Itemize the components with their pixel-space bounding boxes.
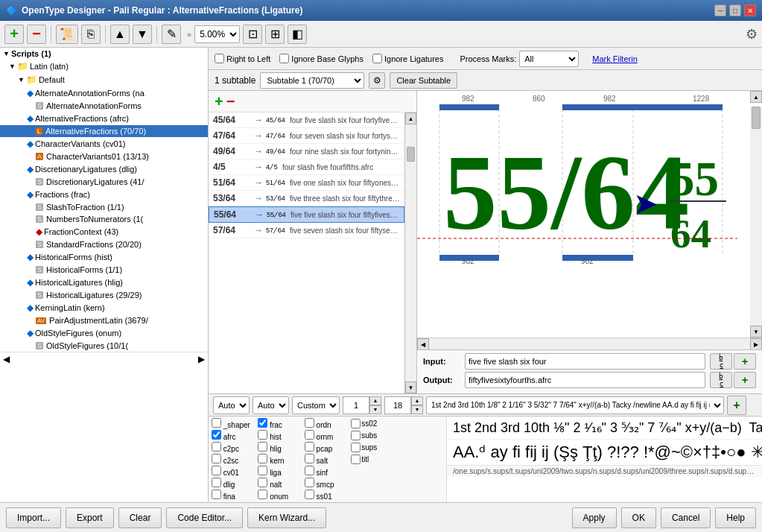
process-marks-select[interactable]: All None — [519, 51, 579, 67]
subtable-settings-btn[interactable]: ⚙ — [369, 72, 385, 89]
cb-nalt[interactable]: nalt — [258, 478, 303, 489]
input-add-btn[interactable]: + — [734, 353, 756, 370]
sidebar-item-aaf-sub[interactable]: S AlternateAnnotationForms — [0, 100, 208, 112]
dropdown2[interactable]: Auto — [253, 396, 289, 414]
maximize-button[interactable]: □ — [729, 4, 741, 16]
sidebar-item-cv01[interactable]: A CharacterVariants01 (13/13) — [0, 151, 208, 162]
scroll-left-btn2[interactable]: ◀ — [417, 338, 429, 350]
cb-fina[interactable]: fina — [212, 490, 257, 501]
cb-afrc[interactable]: afrc — [212, 430, 257, 441]
sidebar-item-hl[interactable]: S HistoricalLigatures (29/29) — [0, 289, 208, 301]
preview-scrollbar-h[interactable]: ◀ ▶ — [417, 338, 762, 349]
output-field[interactable] — [465, 372, 705, 388]
sidebar-item-dlig-sub[interactable]: S DiscretionaryLigatures (41/ — [0, 176, 208, 188]
long-dropdown[interactable]: 1st 2nd 3rd 10th 1/8" 2 1/16" 3 5/32" 7 … — [426, 396, 724, 414]
script-button[interactable]: 📜 — [56, 25, 78, 44]
scroll-thumb[interactable] — [407, 147, 415, 162]
settings-button[interactable]: ⚙ — [746, 26, 758, 42]
stepper-input1[interactable] — [343, 396, 369, 414]
minimize-button[interactable]: ─ — [714, 4, 726, 16]
ignore-base-glyphs-label[interactable]: Ignore Base Glyphs — [279, 54, 363, 63]
code-editor-button[interactable]: Code Editor... — [166, 507, 243, 528]
clear-subtable-btn[interactable]: Clear Subtable — [390, 72, 457, 89]
cb-ornm[interactable]: ornm — [305, 430, 350, 441]
cb-subs[interactable]: subs — [351, 430, 396, 441]
title-bar-controls[interactable]: ─ □ ✕ — [714, 4, 756, 16]
clear-button[interactable]: Clear — [118, 507, 162, 528]
sidebar-item-hf[interactable]: S HistoricalForms (1/1) — [0, 264, 208, 276]
cancel-button[interactable]: Cancel — [661, 507, 711, 528]
sidebar-item-latin[interactable]: ▼ 📁 Latin (latn) — [0, 60, 208, 73]
scroll-up-btn[interactable]: ▲ — [405, 113, 416, 124]
ignore-base-glyphs-checkbox[interactable] — [279, 54, 289, 63]
dropdown1[interactable]: Auto — [213, 396, 250, 414]
sidebar-item-hist[interactable]: ◆ HistoricalForms (hist) — [0, 250, 208, 264]
fit-button[interactable]: ⊡ — [243, 25, 262, 44]
stepper-down-btn1[interactable]: ▼ — [369, 405, 381, 414]
cb-titl[interactable]: titl — [351, 454, 396, 465]
preview-scrollbar-v[interactable]: ▲ ▼ — [750, 91, 762, 338]
cb-c2sc[interactable]: c2sc — [212, 454, 257, 465]
stepper-down-btn2[interactable]: ▼ — [411, 405, 423, 414]
right-to-left-checkbox[interactable] — [215, 54, 224, 63]
cb-salt[interactable]: salt — [305, 454, 350, 465]
preview-scroll-thumb[interactable] — [752, 107, 761, 129]
cb-shaper[interactable]: _shaper — [212, 418, 257, 429]
view-button[interactable]: ◧ — [288, 25, 307, 44]
output-copy-btn[interactable]: b̲c̲ — [710, 372, 732, 388]
sidebar-item-aaf[interactable]: ◆ AlternateAnnotationForms (na — [0, 86, 208, 100]
close-button[interactable]: ✕ — [744, 4, 756, 16]
sidebar-item-osf[interactable]: S OldStyleFigures (10/1( — [0, 340, 208, 352]
apply-button[interactable]: Apply — [572, 507, 617, 528]
cb-frac[interactable]: frac — [258, 418, 303, 429]
sidebar-item-onum[interactable]: ◆ OldStyleFigures (onum) — [0, 326, 208, 340]
output-add-btn[interactable]: + — [734, 372, 756, 388]
sidebar-item-dlig[interactable]: ◆ DiscretionaryLigatures (dlig) — [0, 162, 208, 176]
import-button[interactable]: Import... — [6, 507, 61, 528]
sidebar-item-default[interactable]: ▼ 📁 Default — [0, 73, 208, 86]
cb-kern[interactable]: kern — [258, 454, 303, 465]
preview-scroll-down[interactable]: ▼ — [750, 326, 762, 338]
cb-ordn[interactable]: ordn — [305, 418, 350, 429]
remove-button[interactable]: − — [27, 25, 46, 44]
add-text-btn[interactable]: + — [727, 396, 746, 415]
cb-sups[interactable]: sups — [351, 442, 396, 453]
scroll-left-btn[interactable]: ◀ — [3, 354, 10, 364]
stepper-up-btn1[interactable]: ▲ — [369, 396, 381, 405]
up-button[interactable]: ▲ — [110, 25, 130, 44]
cb-dlig[interactable]: dlig — [212, 478, 257, 489]
right-to-left-label[interactable]: Right to Left — [215, 54, 270, 63]
input-copy-btn[interactable]: b̲c̲ — [710, 353, 732, 370]
scroll-right-btn[interactable]: ▶ — [198, 354, 205, 364]
glyph-row[interactable]: 49/64 → 49 ⁄ 64 four nine slash six four… — [209, 144, 404, 159]
cb-ss02[interactable]: ss02 — [351, 418, 396, 429]
input-field[interactable] — [465, 353, 705, 370]
scroll-right-btn2[interactable]: ▶ — [750, 338, 762, 350]
zoom-select[interactable]: 5.00% 10% 25% 50% 75% 100% — [194, 25, 240, 43]
subtable-select[interactable]: Subtable 1 (70/70) — [260, 72, 364, 89]
grid-button[interactable]: ⊞ — [265, 25, 285, 44]
cb-ss01[interactable]: ss01 — [305, 490, 350, 501]
help-button[interactable]: Help — [715, 507, 756, 528]
glyph-list-scrollbar[interactable]: ▲ ▼ — [404, 113, 416, 393]
edit-button[interactable]: ✎ — [162, 25, 181, 44]
sidebar-item-afrc-selected[interactable]: L AlternativeFractions (70/70) — [0, 125, 208, 137]
sidebar-item-sf[interactable]: S StandardFractions (20/20) — [0, 238, 208, 250]
stepper-input2[interactable] — [384, 396, 411, 414]
copy-button[interactable]: ⎘ — [81, 25, 101, 44]
glyph-row[interactable]: 53/64 → 53 ⁄ 64 five three slash six fou… — [209, 191, 404, 206]
cb-liga[interactable]: liga — [258, 466, 303, 477]
export-button[interactable]: Export — [66, 507, 114, 528]
cb-hlig[interactable]: hlig — [258, 442, 303, 453]
glyph-row[interactable]: 4/5 → 4 ⁄ 5 four slash five fourfifths.a… — [209, 159, 404, 175]
add-button[interactable]: + — [4, 25, 24, 44]
cb-sinf[interactable]: sinf — [305, 466, 350, 477]
preview-scroll-up[interactable]: ▲ — [750, 91, 762, 103]
ok-button[interactable]: OK — [621, 507, 656, 528]
ignore-ligatures-checkbox[interactable] — [372, 54, 382, 63]
sidebar-item-frac[interactable]: ◆ Fractions (frac) — [0, 188, 208, 201]
glyph-row[interactable]: 51/64 → 51 ⁄ 64 five one slash six four … — [209, 175, 404, 191]
ignore-ligatures-label[interactable]: Ignore Ligatures — [372, 54, 444, 63]
glyph-row-selected[interactable]: 55/64 → 55 ⁄ 64 five five slash six four… — [209, 206, 404, 223]
cb-cv01[interactable]: cv01 — [212, 466, 257, 477]
